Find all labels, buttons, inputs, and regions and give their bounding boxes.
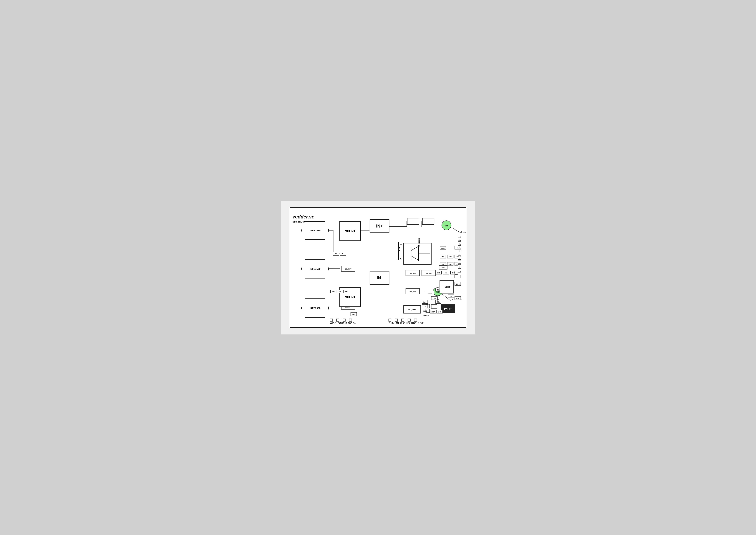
in-minus-box: IN- <box>369 271 390 285</box>
svg-text:15u, 100v: 15u, 100v <box>408 308 417 311</box>
svg-rect-103 <box>430 310 436 313</box>
svg-text:2.2u: 2.2u <box>445 289 447 291</box>
svg-line-20 <box>411 256 418 260</box>
svg-text:15p: 15p <box>449 296 452 297</box>
svg-rect-33 <box>447 255 453 258</box>
svg-rect-47 <box>443 270 449 274</box>
svg-text:2.2u: 2.2u <box>433 297 436 299</box>
svg-rect-74 <box>440 280 454 293</box>
svg-rect-90 <box>422 270 436 276</box>
svg-rect-56 <box>439 266 447 269</box>
svg-text:LED: LED <box>424 306 427 307</box>
svg-rect-97 <box>426 309 430 312</box>
svg-text:39k: 39k <box>442 264 444 265</box>
svg-text:220k: 220k <box>442 267 445 268</box>
svg-rect-96 <box>426 304 430 308</box>
svg-text:2.2u: 2.2u <box>423 306 426 307</box>
svg-rect-155 <box>408 319 411 321</box>
svg-text:DIODESCH: DIODESCH <box>418 238 420 247</box>
svg-text:100R: 100R <box>431 311 435 312</box>
svg-rect-110 <box>422 300 428 303</box>
svg-rect-41 <box>447 262 453 266</box>
svg-text:39k: 39k <box>456 264 459 265</box>
svg-rect-55 <box>455 274 461 278</box>
in-plus-box: IN+ <box>369 219 390 233</box>
svg-rect-29 <box>440 246 446 249</box>
svg-rect-53 <box>455 274 461 278</box>
page: 0R Do not mount 2.2u 39k 2k2 10k 4n7 <box>281 201 475 334</box>
svg-text:10k: 10k <box>458 239 460 241</box>
svg-text:2k2: 2k2 <box>449 256 452 258</box>
svg-rect-66 <box>443 288 449 291</box>
svg-rect-154 <box>401 319 404 321</box>
svg-line-27 <box>452 228 461 233</box>
svg-text:2.2u: 2.2u <box>437 301 440 303</box>
svg-text:0R: 0R <box>445 224 448 227</box>
svg-text:2k2: 2k2 <box>437 272 440 273</box>
svg-text:10k: 10k <box>458 262 460 264</box>
svg-text:100n: 100n <box>441 247 445 249</box>
svg-text:2.2u: 2.2u <box>456 297 459 299</box>
svg-text:10u,50V: 10u,50V <box>409 291 416 293</box>
svg-text:2k2: 2k2 <box>433 306 435 307</box>
svg-rect-82 <box>341 266 355 271</box>
svg-text:H1 TEMP 5v: H1 TEMP 5v <box>460 236 462 246</box>
svg-text:15p: 15p <box>449 283 452 285</box>
svg-text:4n7: 4n7 <box>456 276 459 277</box>
svg-text:10u,50V: 10u,50V <box>345 268 352 270</box>
svg-rect-64 <box>436 288 442 291</box>
svg-text:A: A <box>400 242 402 245</box>
svg-rect-35 <box>455 255 461 258</box>
svg-text:10k: 10k <box>458 246 460 249</box>
svg-text:330k: 330k <box>428 293 432 294</box>
svg-rect-129 <box>458 245 461 248</box>
svg-text:10k: 10k <box>436 291 440 293</box>
svg-text:K: K <box>400 258 402 260</box>
svg-rect-37 <box>455 246 461 249</box>
svg-text:39k: 39k <box>449 264 452 265</box>
svg-rect-128 <box>458 241 461 244</box>
svg-rect-43 <box>455 262 461 266</box>
svg-rect-136 <box>458 272 461 275</box>
svg-rect-45 <box>436 270 442 274</box>
svg-text:RED: RED <box>423 310 427 312</box>
svg-text:GND: GND <box>460 268 462 272</box>
svg-text:GREEN: GREEN <box>423 314 429 316</box>
svg-text:Do not mount: Do not mount <box>451 298 463 300</box>
svg-text:4n7: 4n7 <box>456 272 459 273</box>
svg-text:2.2u: 2.2u <box>423 301 426 303</box>
mosfet-bot: IRFS7530 <box>301 298 329 318</box>
svg-rect-62 <box>431 296 437 300</box>
svg-rect-78 <box>441 304 455 313</box>
svg-text:H3: H3 <box>460 261 462 263</box>
svg-text:3.3v CLK GND DIO RST: 3.3v CLK GND DIO RST <box>389 322 424 325</box>
r-4r7-1: 4R7 <box>340 252 346 256</box>
r-39k-1: 39k <box>333 252 339 256</box>
svg-rect-105 <box>437 310 443 313</box>
svg-rect-153 <box>395 319 398 321</box>
svg-text:10u,50V: 10u,50V <box>409 272 416 274</box>
svg-rect-134 <box>458 265 461 267</box>
brand-line1: vedder.se <box>292 214 314 220</box>
svg-text:H2: H2 <box>460 252 462 255</box>
svg-rect-152 <box>389 319 391 321</box>
svg-rect-51 <box>455 270 461 274</box>
shunt-top: SHUNT <box>339 221 361 241</box>
svg-rect-94 <box>404 306 421 313</box>
svg-point-25 <box>442 221 451 230</box>
svg-text:ADC GND 3.3V 5v: ADC GND 3.3V 5v <box>330 322 357 325</box>
svg-rect-121 <box>440 246 446 250</box>
svg-rect-88 <box>406 270 419 276</box>
svg-rect-68 <box>448 282 454 286</box>
svg-rect-130 <box>458 249 461 252</box>
svg-text:39k: 39k <box>442 256 444 258</box>
r-39k-2: 39k <box>330 290 337 293</box>
svg-rect-108 <box>422 304 428 308</box>
svg-text:10k: 10k <box>458 254 460 256</box>
svg-rect-24 <box>422 218 434 224</box>
svg-rect-133 <box>458 261 461 263</box>
pcb-board: 0R Do not mount 2.2u 39k 2k2 10k 4n7 <box>290 207 466 328</box>
svg-rect-117 <box>396 242 398 259</box>
svg-text:2k2: 2k2 <box>445 272 447 273</box>
svg-text:Do not mount: Do not mount <box>461 231 466 233</box>
